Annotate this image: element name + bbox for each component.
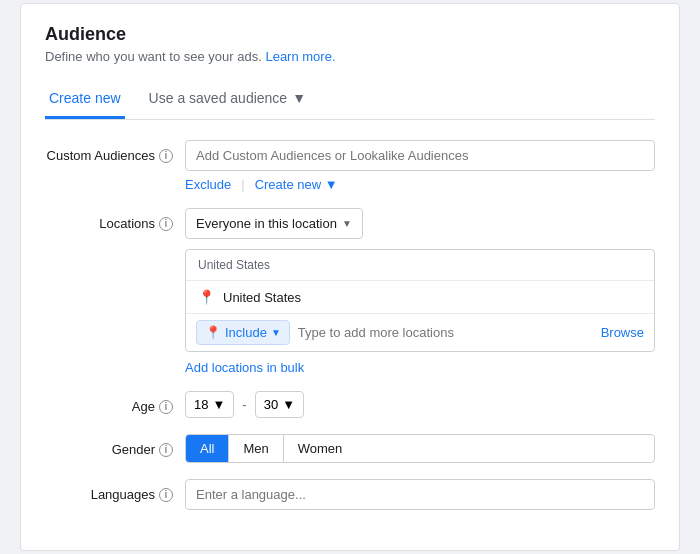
gender-label: Gender i	[45, 434, 185, 457]
age-row: Age i 18 ▼ - 30 ▼	[45, 391, 655, 418]
gender-info-icon[interactable]: i	[159, 443, 173, 457]
location-pin-small-icon: 📍	[205, 325, 221, 340]
age-min-caret-icon: ▼	[212, 397, 225, 412]
tab-create-new[interactable]: Create new	[45, 80, 125, 119]
gender-group: All Men Women	[185, 434, 655, 463]
gender-content: All Men Women	[185, 434, 655, 463]
browse-link[interactable]: Browse	[593, 325, 644, 340]
age-dash: -	[242, 397, 246, 412]
custom-audiences-row: Custom Audiences i Exclude | Create new …	[45, 140, 655, 192]
location-search-row: 📍 Include ▼ Browse	[186, 314, 654, 351]
languages-content	[185, 479, 655, 510]
exclude-link[interactable]: Exclude	[185, 177, 231, 192]
age-info-icon[interactable]: i	[159, 400, 173, 414]
custom-audiences-content: Exclude | Create new ▼	[185, 140, 655, 192]
age-content: 18 ▼ - 30 ▼	[185, 391, 655, 418]
pipe-divider: |	[241, 177, 244, 192]
languages-info-icon[interactable]: i	[159, 488, 173, 502]
age-max-caret-icon: ▼	[282, 397, 295, 412]
location-pin-icon: 📍	[198, 289, 215, 305]
locations-row: Locations i Everyone in this location ▼ …	[45, 208, 655, 375]
include-dropdown[interactable]: 📍 Include ▼	[196, 320, 290, 345]
location-type-dropdown[interactable]: Everyone in this location ▼	[185, 208, 363, 239]
add-locations-bulk-link[interactable]: Add locations in bulk	[185, 360, 304, 375]
locations-content: Everyone in this location ▼ United State…	[185, 208, 655, 375]
age-label: Age i	[45, 391, 185, 414]
gender-women-button[interactable]: Women	[284, 435, 357, 462]
age-max-dropdown[interactable]: 30 ▼	[255, 391, 304, 418]
card-subtitle: Define who you want to see your ads. Lea…	[45, 49, 655, 64]
custom-audiences-label: Custom Audiences i	[45, 140, 185, 163]
tab-saved-audience[interactable]: Use a saved audience ▼	[145, 80, 310, 119]
create-new-caret-icon: ▼	[325, 177, 338, 192]
locations-info-icon[interactable]: i	[159, 217, 173, 231]
custom-audiences-input[interactable]	[185, 140, 655, 171]
locations-label: Locations i	[45, 208, 185, 231]
age-controls: 18 ▼ - 30 ▼	[185, 391, 655, 418]
saved-audience-caret-icon: ▼	[292, 90, 306, 106]
include-caret-icon: ▼	[271, 327, 281, 338]
languages-input[interactable]	[185, 479, 655, 510]
location-box: United States 📍 United States 📍 Include …	[185, 249, 655, 352]
location-search-input[interactable]	[290, 321, 593, 344]
custom-audiences-info-icon[interactable]: i	[159, 149, 173, 163]
gender-all-button[interactable]: All	[186, 435, 229, 462]
page-title: Audience	[45, 24, 655, 45]
gender-row: Gender i All Men Women	[45, 434, 655, 463]
languages-label: Languages i	[45, 479, 185, 502]
location-header: United States	[186, 250, 654, 281]
age-min-dropdown[interactable]: 18 ▼	[185, 391, 234, 418]
gender-men-button[interactable]: Men	[229, 435, 283, 462]
create-new-link[interactable]: Create new ▼	[255, 177, 338, 192]
learn-more-link[interactable]: Learn more.	[265, 49, 335, 64]
languages-row: Languages i	[45, 479, 655, 510]
tabs-container: Create new Use a saved audience ▼	[45, 80, 655, 120]
custom-audience-actions: Exclude | Create new ▼	[185, 177, 655, 192]
location-type-caret-icon: ▼	[342, 218, 352, 229]
audience-card: Audience Define who you want to see your…	[20, 3, 680, 551]
location-item: 📍 United States	[186, 281, 654, 314]
